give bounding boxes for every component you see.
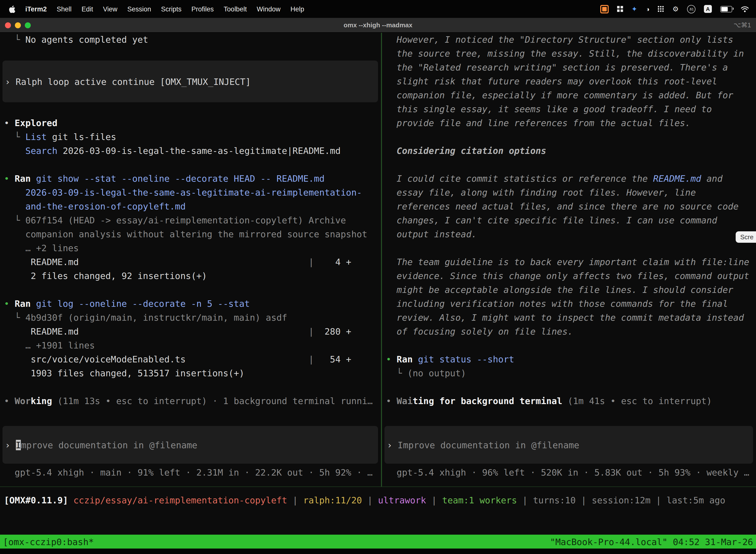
text-segment: might be acceptable alongside the file l… bbox=[386, 284, 733, 295]
text-segment: … +1901 lines bbox=[4, 340, 95, 350]
text-segment: › Ralph loop active continue [OMX_TMUX_I… bbox=[5, 76, 251, 87]
terminal-line: changes, I can't cite specific file line… bbox=[382, 214, 756, 227]
battery-percent-value: .61 bbox=[687, 5, 695, 13]
battery-percent-icon[interactable]: .61 bbox=[687, 4, 695, 14]
text-segment: Ran bbox=[15, 298, 31, 309]
text-segment: • bbox=[4, 118, 15, 128]
terminal-line: └ 4b9d30f (origin/main, instructkr/main,… bbox=[0, 311, 381, 325]
text-segment: slight risk that future readers may over… bbox=[386, 76, 717, 87]
text-segment: changes, I can't cite specific file line… bbox=[386, 215, 717, 225]
menu-item-session[interactable]: Session bbox=[122, 5, 156, 13]
input-source-icon[interactable]: A bbox=[704, 4, 712, 14]
terminal-line: └ No agents completed yet bbox=[0, 33, 381, 47]
text-segment: • bbox=[386, 396, 397, 406]
traffic-lights bbox=[0, 22, 31, 28]
text-segment: git status --short bbox=[413, 354, 514, 365]
wifi-icon[interactable] bbox=[741, 4, 749, 14]
text-segment: 1903 files changed, 513517 insertions(+) bbox=[4, 368, 244, 378]
menu-item-toolbelt[interactable]: Toolbelt bbox=[219, 5, 252, 13]
right-pane-rows: However, I noticed the "Directory Struct… bbox=[382, 33, 756, 422]
text-segment: output instead. bbox=[386, 229, 477, 239]
terminal-line: • Ran git show --stat --oneline --decora… bbox=[0, 172, 381, 186]
text-segment: List bbox=[25, 131, 47, 142]
terminal-line: evidence. Since this change only affects… bbox=[382, 269, 756, 283]
text-segment: ultrawork bbox=[378, 495, 426, 505]
menu-item-shell[interactable]: Shell bbox=[52, 5, 77, 13]
text-segment: git log --oneline --decorate -n 5 --stat bbox=[31, 298, 250, 309]
dots-grid-icon[interactable] bbox=[658, 4, 664, 14]
screen-share-button[interactable]: Scre bbox=[736, 231, 756, 243]
text-segment: git ls-files bbox=[47, 131, 116, 142]
right-prompt-input[interactable]: › Improve documentation in @filename bbox=[384, 426, 753, 464]
right-prompt-input-line: › Improve documentation in @filename bbox=[384, 440, 579, 450]
menu-item-view[interactable]: View bbox=[98, 5, 122, 13]
window-grid-icon[interactable] bbox=[617, 4, 623, 14]
screen: iTerm2 Shell Edit View Session Scripts P… bbox=[0, 0, 756, 554]
text-segment: | bbox=[79, 326, 314, 337]
tmux-status-bar[interactable]: [omx-cczip0:bash* "MacBook-Pro-44.local"… bbox=[0, 535, 756, 549]
terminal-line: companion file, especially if more comme… bbox=[382, 88, 756, 102]
terminal-line: of focusing solely on file lines. bbox=[382, 325, 756, 339]
omx-status-line: [OMX#0.11.9] cczip/essay/ai-reimplementa… bbox=[0, 487, 756, 507]
menu-bar-left: iTerm2 Shell Edit View Session Scripts P… bbox=[0, 5, 309, 13]
text-segment: Ran bbox=[15, 173, 31, 184]
moon-icon[interactable]: ◑ bbox=[646, 4, 649, 14]
menu-item-profiles[interactable]: Profiles bbox=[187, 5, 219, 13]
terminal-line: The team guideline is to back every impo… bbox=[382, 255, 756, 269]
close-button[interactable] bbox=[5, 22, 11, 28]
text-segment: review. Also, I might want to inspect th… bbox=[386, 312, 744, 323]
spark-icon[interactable]: ✦ bbox=[631, 4, 637, 14]
terminal-line: src/voice/voiceModeEnabled.ts | 54 + bbox=[0, 352, 381, 366]
battery-icon[interactable] bbox=[720, 4, 732, 14]
text-segment: I bbox=[16, 440, 21, 450]
terminal-blank-line bbox=[0, 380, 381, 394]
right-pane[interactable]: However, I noticed the "Directory Struct… bbox=[382, 33, 756, 487]
terminal-blank-line bbox=[382, 130, 756, 144]
terminal-line: 2026-03-09-is-legal-the-same-as-legitima… bbox=[0, 186, 381, 200]
title-bar[interactable]: omx --xhigh --madmax ⌥⌘1 bbox=[0, 18, 756, 33]
menu-bar: iTerm2 Shell Edit View Session Scripts P… bbox=[0, 0, 756, 18]
text-segment: README.md bbox=[4, 257, 79, 267]
text-segment: • bbox=[4, 298, 15, 309]
menu-item-scripts[interactable]: Scripts bbox=[156, 5, 187, 13]
terminal-line: provide file and line references from th… bbox=[382, 116, 756, 130]
terminal-line: However, I noticed the "Directory Struct… bbox=[382, 33, 756, 47]
terminal-line: I could cite commit statistics or refere… bbox=[382, 172, 756, 186]
menu-item-window[interactable]: Window bbox=[252, 5, 286, 13]
bottom-gap bbox=[0, 549, 756, 554]
menu-item-help[interactable]: Help bbox=[286, 5, 309, 13]
terminal-line: … +2 lines bbox=[0, 241, 381, 255]
terminal-line: └ 067f154 (HEAD -> essay/ai-reimplementa… bbox=[0, 214, 381, 227]
zoom-button[interactable] bbox=[25, 22, 31, 28]
text-segment: README.md bbox=[4, 326, 79, 337]
text-segment: gpt-5.4 xhigh · 96% left · 520K in · 5.8… bbox=[386, 467, 749, 478]
text-segment: and bbox=[701, 173, 722, 184]
text-segment: No agents completed yet bbox=[25, 34, 148, 45]
apple-menu-icon[interactable] bbox=[6, 5, 20, 13]
text-segment: | bbox=[186, 354, 314, 365]
left-pane-rows: └ No agents completed yet› Ralph loop ac… bbox=[0, 33, 381, 422]
menu-item-edit[interactable]: Edit bbox=[77, 5, 98, 13]
text-segment: └ (no output) bbox=[386, 368, 466, 378]
left-prompt-input[interactable]: › Improve documentation in @filename bbox=[2, 426, 378, 464]
terminal-line: and-the-erosion-of-copyleft.md bbox=[0, 200, 381, 214]
terminal-blank-line bbox=[0, 102, 381, 116]
text-segment: └ bbox=[4, 34, 25, 45]
terminal-line: • Working (11m 13s • esc to interrupt) ·… bbox=[0, 394, 381, 408]
screen-record-icon[interactable] bbox=[600, 4, 609, 14]
gear-icon[interactable]: ⚙ bbox=[673, 4, 679, 14]
text-segment: and-the-erosion-of-copyleft.md bbox=[4, 201, 186, 212]
text-segment: companion file, especially if more comme… bbox=[386, 90, 733, 100]
menu-item-iterm2[interactable]: iTerm2 bbox=[20, 5, 52, 13]
text-segment: the source tree, missing the essay. Stil… bbox=[386, 48, 744, 59]
text-segment: … +2 lines bbox=[4, 243, 79, 253]
minimize-button[interactable] bbox=[15, 22, 21, 28]
prompt-banner-line: › Ralph loop active continue [OMX_TMUX_I… bbox=[2, 76, 251, 87]
text-segment: Improve documentation in @filename bbox=[397, 440, 579, 450]
terminal-line: 2 files changed, 92 insertions(+) bbox=[0, 269, 381, 283]
text-segment: Wor bbox=[15, 396, 31, 406]
terminal-blank-line bbox=[0, 158, 381, 172]
left-pane[interactable]: └ No agents completed yet› Ralph loop ac… bbox=[0, 33, 381, 487]
prompt-banner[interactable]: › Ralph loop active continue [OMX_TMUX_I… bbox=[2, 61, 378, 102]
text-segment: Ran bbox=[397, 354, 413, 365]
